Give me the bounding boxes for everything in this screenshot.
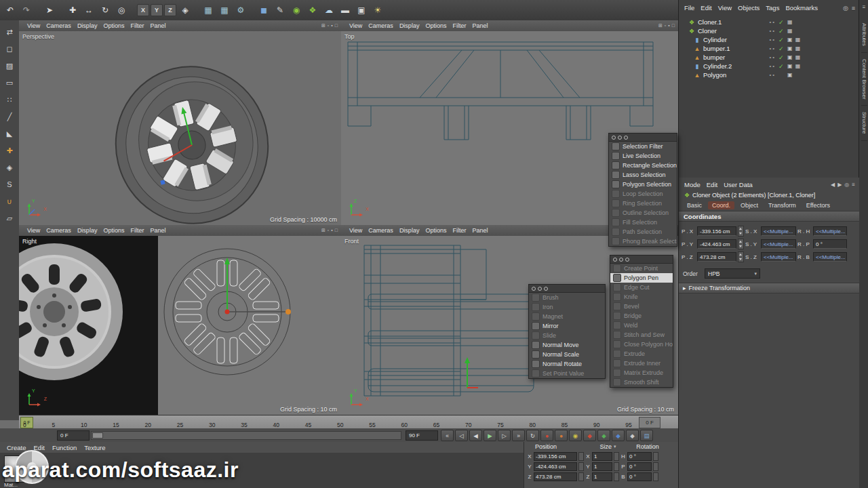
viewport-menu-item[interactable]: Filter xyxy=(452,227,466,234)
sx-field[interactable]: <<Multiple... xyxy=(761,226,796,236)
snap-icon[interactable]: ∪ xyxy=(3,195,16,207)
palette-titlebar[interactable] xyxy=(609,134,677,142)
prev-frame-button[interactable]: ◀ xyxy=(469,430,482,441)
visibility-dots[interactable]: •• xyxy=(769,37,776,43)
menu-item[interactable]: Phong Break Selection xyxy=(609,237,677,246)
viewport-menu-item[interactable]: Cameras xyxy=(368,22,393,29)
object-tags[interactable]: ▣ ▦ xyxy=(787,37,805,43)
menu-item[interactable]: Edge Cut xyxy=(610,283,673,292)
record-button[interactable]: ● xyxy=(540,430,553,441)
material-name[interactable]: Mat... xyxy=(4,482,18,488)
filter-icon[interactable]: ≡ xyxy=(852,5,855,12)
next-frame-button[interactable]: ▷ xyxy=(498,430,511,441)
object-row[interactable]: ▲ bumper •• ✓ ▣ ▦ xyxy=(679,53,859,62)
viewport-menu-item[interactable]: Filter xyxy=(130,22,144,29)
viewport-float-icon[interactable]: ▫ xyxy=(328,23,329,28)
object-name[interactable]: Cylinder.2 xyxy=(703,62,732,70)
menu-item[interactable]: Magnet xyxy=(529,312,605,321)
stepper[interactable] xyxy=(614,452,619,461)
px-field[interactable]: -339.156 cm xyxy=(697,226,736,236)
menu-item[interactable]: Mirror xyxy=(529,321,605,331)
object-name[interactable]: Polygon xyxy=(703,71,726,79)
separator[interactable] xyxy=(194,3,199,18)
visibility-dots[interactable]: •• xyxy=(769,45,776,52)
object-manager-menu-item[interactable]: Bookmarks xyxy=(785,4,818,12)
attribute-tab[interactable]: Coord. xyxy=(708,201,734,209)
attribute-menu-item[interactable]: Mode xyxy=(684,181,701,188)
goto-start-button[interactable]: « xyxy=(441,430,454,441)
menu-item[interactable]: Weld xyxy=(610,321,673,330)
separator[interactable] xyxy=(58,3,64,18)
menu-item[interactable]: Stitch and Sew xyxy=(610,330,673,340)
menu-item[interactable]: Smooth Shift xyxy=(610,378,673,387)
menu-item[interactable]: Bevel xyxy=(610,302,673,311)
menu-item[interactable]: Create Point xyxy=(610,264,673,273)
object-manager-menu-item[interactable]: Objects xyxy=(738,4,760,12)
viewport-menu-item[interactable]: Panel xyxy=(150,227,165,234)
rotation-b-field[interactable]: 0 ° xyxy=(627,472,652,481)
add-mograph-button[interactable]: ❖ xyxy=(305,3,320,18)
size-y-field[interactable]: 1 xyxy=(592,462,612,471)
panel-tab[interactable]: Structure xyxy=(861,106,867,140)
menu-item[interactable]: Selection Filter xyxy=(609,142,677,151)
menu-item[interactable]: Lasso Selection xyxy=(609,170,677,180)
ruler-frame-box[interactable]: 0 F xyxy=(639,417,660,428)
separator[interactable] xyxy=(130,3,136,18)
coordinates-section-header[interactable]: Coordinates xyxy=(679,211,859,222)
menu-item[interactable]: Fill Selection xyxy=(609,218,677,227)
workplane-mode-icon[interactable]: ▭ xyxy=(3,77,16,89)
viewport-menu-item[interactable]: Options xyxy=(103,227,124,234)
add-camera-button[interactable]: ▣ xyxy=(354,3,369,18)
goto-end-button[interactable]: » xyxy=(512,430,525,441)
panel-tab[interactable]: Attributes xyxy=(861,17,867,53)
menu-item[interactable]: Close Polygon Hole xyxy=(610,340,673,349)
rotate-tool[interactable]: ↻ xyxy=(98,3,113,18)
viewport-menu-item[interactable]: Filter xyxy=(452,22,466,29)
model-mode-icon[interactable]: ◻ xyxy=(3,43,16,55)
menu-item[interactable]: Slide xyxy=(529,331,605,340)
live-selection-tool[interactable]: ➤ xyxy=(42,3,57,18)
separator[interactable] xyxy=(35,3,41,18)
stepper[interactable] xyxy=(614,462,619,471)
record-position-toggle[interactable]: ◆ xyxy=(583,430,596,441)
menu-item[interactable]: Ring Selection xyxy=(609,199,677,208)
panel-tab[interactable]: Content Browser xyxy=(861,53,867,106)
viewport-canvas[interactable]: Right xyxy=(19,236,341,415)
object-tags[interactable]: ▣ ▦ xyxy=(787,45,805,52)
viewport-pin-icon[interactable]: ⊞ xyxy=(321,228,326,233)
viewport-menu-item[interactable]: View xyxy=(27,22,40,29)
add-generator-button[interactable]: ◉ xyxy=(289,3,304,18)
loop-button[interactable]: ↻ xyxy=(526,430,539,441)
stepper[interactable] xyxy=(653,472,658,481)
stepper[interactable] xyxy=(578,472,584,481)
palette-titlebar[interactable] xyxy=(610,256,673,264)
layout-menu-icon[interactable]: ≡ xyxy=(863,4,866,10)
render-view-button[interactable]: ▦ xyxy=(201,3,216,18)
object-tags[interactable]: ▣ ▦ xyxy=(787,54,805,60)
viewport-maximize-icon[interactable]: □ xyxy=(335,23,338,28)
end-frame-field[interactable]: 90 F xyxy=(406,430,438,441)
object-row[interactable]: ❖ Cloner •• ✓ ▦ xyxy=(679,26,859,35)
enable-checkmark[interactable]: ✓ xyxy=(778,28,785,35)
edges-mode-icon[interactable]: ╱ xyxy=(3,110,16,123)
separator[interactable] xyxy=(250,3,255,18)
add-cube-button[interactable]: ◼ xyxy=(256,3,271,18)
stepper[interactable] xyxy=(653,452,658,461)
pin-icon[interactable]: ◎ xyxy=(844,182,849,188)
attribute-tab[interactable]: Effectors xyxy=(802,201,834,209)
viewport-menu-item[interactable]: Display xyxy=(77,227,98,234)
menu-item[interactable]: Normal Scale xyxy=(529,350,605,359)
object-manager-menu-item[interactable]: Edit xyxy=(701,4,711,12)
scale-tool[interactable]: ↔ xyxy=(81,3,96,18)
viewport-menu-item[interactable]: Display xyxy=(77,22,98,29)
move-tool[interactable]: ✚ xyxy=(65,3,80,18)
texture-mode-icon[interactable]: ▨ xyxy=(3,60,16,72)
visibility-dots[interactable]: •• xyxy=(769,72,776,78)
object-name[interactable]: bumper xyxy=(703,54,725,61)
object-row[interactable]: ▮ Cylinder •• ✓ ▣ ▦ xyxy=(679,35,859,44)
undo-icon[interactable]: ↶ xyxy=(3,3,18,18)
visibility-dots[interactable]: •• xyxy=(769,54,776,60)
panel-menu-icon[interactable]: ≡ xyxy=(852,182,855,188)
menu-item[interactable]: Extrude Inner xyxy=(610,359,673,368)
material-menu-item[interactable]: Function xyxy=(52,444,77,451)
